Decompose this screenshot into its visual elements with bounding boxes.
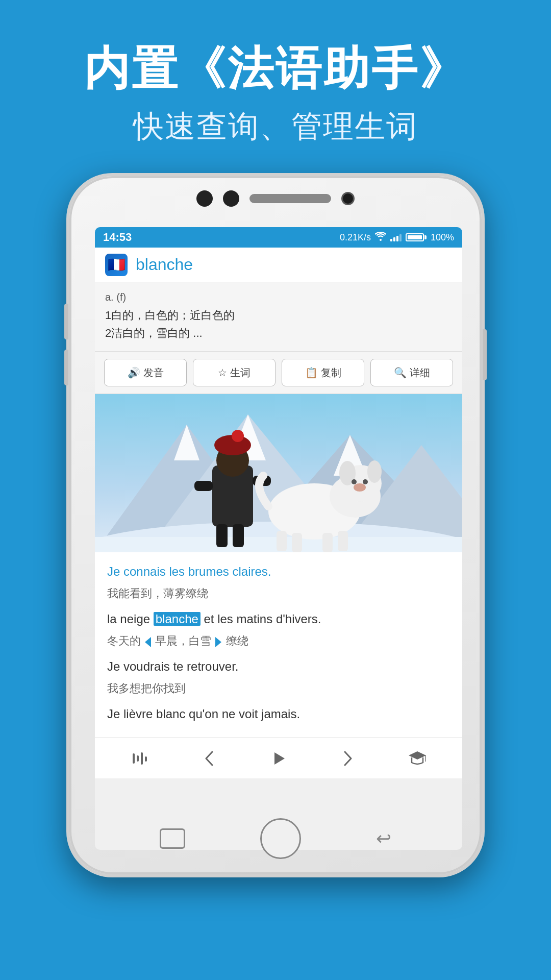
sentence-4-fr: Je lièvre blanc qu'on ne voit jamais. [107, 705, 450, 723]
network-speed: 0.21K/s [340, 232, 371, 243]
status-bar: 14:53 0.21K/s [95, 227, 462, 248]
battery-indicator [406, 233, 427, 241]
sentence-3-fr: Je voudrais te retrouver. [107, 657, 450, 676]
french-flag-icon: 🇫🇷 [108, 256, 126, 273]
svg-rect-18 [233, 524, 244, 547]
svg-rect-22 [292, 533, 302, 552]
bottom-navigation [95, 738, 462, 778]
svg-rect-31 [133, 753, 135, 764]
front-camera [341, 192, 355, 205]
highlighted-word: blanche [154, 612, 201, 626]
svg-point-14 [232, 430, 244, 442]
play-icon [270, 750, 287, 767]
sentence-2-cn: 冬天的 早晨，白雪 缭绕 [107, 632, 450, 649]
sentence-1-cn: 我能看到，薄雾缭绕 [107, 585, 450, 602]
status-time: 14:53 [103, 231, 132, 244]
svg-rect-33 [141, 752, 143, 765]
pronounce-button[interactable]: 🔊 发音 [104, 359, 187, 386]
top-section: 内置《法语助手》 快速查询、管理生词 [0, 0, 551, 168]
pronounce-label: 发音 [143, 366, 164, 380]
camera-dot-left [196, 190, 213, 207]
speaker-icon: 🔊 [128, 366, 140, 379]
sentence-2-before: la neige [107, 612, 154, 626]
app-icon: 🇫🇷 [105, 254, 128, 276]
svg-rect-21 [277, 531, 287, 551]
power-button[interactable] [483, 329, 487, 380]
svg-rect-15 [194, 481, 213, 491]
search-word: blanche [136, 255, 193, 274]
sub-title: 快速查询、管理生词 [0, 106, 551, 148]
camera-dot-right [223, 190, 239, 207]
svg-rect-17 [216, 524, 228, 547]
svg-rect-32 [137, 755, 139, 762]
next-button[interactable] [333, 743, 363, 774]
word-type: a. (f) [105, 291, 452, 303]
copy-button[interactable]: 📋 复制 [282, 359, 364, 386]
svg-point-29 [363, 479, 368, 484]
vocab-label: 生词 [230, 366, 251, 380]
svg-rect-24 [338, 531, 348, 551]
action-buttons-row: 🔊 发音 ☆ 生词 📋 复制 🔍 详细 [95, 352, 462, 394]
sentence-2-after: et les matins d'hivers. [201, 612, 321, 626]
sentence-3-cn: 我多想把你找到 [107, 680, 450, 697]
search-icon: 🔍 [394, 366, 407, 379]
vocab-button[interactable]: ☆ 生词 [193, 359, 276, 386]
illustration-image [95, 394, 462, 552]
signal-icon [390, 233, 402, 241]
battery-percent: 100% [431, 232, 454, 243]
wifi-icon [375, 232, 386, 243]
copy-label: 复制 [321, 366, 341, 380]
app-header: 🇫🇷 blanche [95, 248, 462, 282]
equalizer-button[interactable] [124, 743, 155, 774]
chevron-right-icon [342, 751, 354, 766]
graduation-icon [409, 750, 426, 767]
detail-label: 详细 [410, 366, 430, 380]
snow-scene-svg [95, 394, 462, 552]
definition-1: 1白的，白色的；近白色的 2洁白的，雪白的 ... [105, 306, 452, 342]
sentence-2-fr: la neige blanche et les matins d'hivers. [107, 610, 450, 628]
prev-button[interactable] [194, 743, 224, 774]
play-button[interactable] [263, 743, 294, 774]
svg-point-28 [352, 479, 357, 484]
star-icon: ☆ [218, 366, 227, 379]
cursor-left-icon [145, 637, 151, 647]
chevron-left-icon [203, 751, 215, 766]
phone-screen: 14:53 0.21K/s [95, 227, 462, 850]
detail-button[interactable]: 🔍 详细 [370, 359, 453, 386]
sentence-1-fr: Je connais les brumes claires. [107, 562, 450, 581]
phone-top-bar [168, 190, 383, 207]
phone-system-nav: ↩ [122, 818, 429, 859]
svg-point-30 [354, 483, 366, 492]
svg-point-27 [367, 460, 382, 483]
copy-icon: 📋 [305, 366, 318, 379]
dictionary-content: a. (f) 1白的，白色的；近白色的 2洁白的，雪白的 ... [95, 282, 462, 352]
status-right: 0.21K/s [340, 232, 454, 243]
study-button[interactable] [402, 743, 433, 774]
cursor-right-icon [215, 637, 221, 647]
recents-button[interactable] [160, 828, 185, 849]
text-content-area: Je connais les brumes claires. 我能看到，薄雾缭绕… [95, 552, 462, 738]
home-button[interactable] [260, 818, 301, 859]
main-title: 内置《法语助手》 [0, 41, 551, 96]
svg-rect-34 [145, 756, 147, 762]
svg-rect-23 [322, 533, 333, 552]
phone-mockup: 14:53 0.21K/s [66, 173, 485, 877]
equalizer-icon [132, 751, 148, 766]
volume-down-button[interactable] [64, 350, 68, 385]
speaker-grille [249, 194, 331, 203]
back-button[interactable]: ↩ [376, 828, 391, 849]
phone-shell: 14:53 0.21K/s [66, 173, 485, 877]
volume-up-button[interactable] [64, 304, 68, 339]
